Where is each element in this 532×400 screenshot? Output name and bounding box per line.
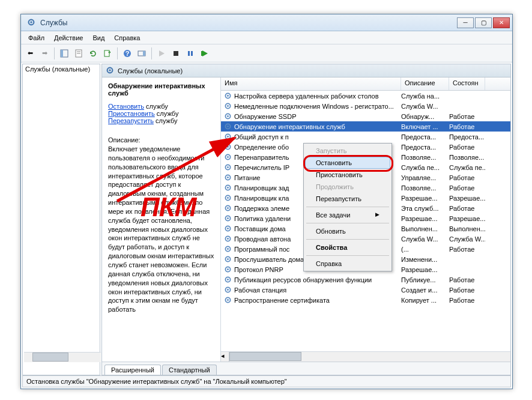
status-text: Остановка службы "Обнаружение интерактив… xyxy=(26,378,287,385)
context-menu: Запустить Остановить Приостановить Продо… xyxy=(303,143,392,271)
ctx-stop[interactable]: Остановить xyxy=(305,157,390,169)
svg-point-1 xyxy=(30,21,32,23)
service-row[interactable]: Общий доступ к пПредоста...Предоста... xyxy=(221,132,510,142)
tab-extended[interactable]: Расширенный xyxy=(104,365,161,375)
svg-point-37 xyxy=(227,187,229,189)
service-desc: Обнаруж... xyxy=(401,113,449,120)
menu-file[interactable]: Файл xyxy=(23,32,49,43)
service-state: Предоста... xyxy=(449,133,485,141)
properties-button[interactable] xyxy=(72,47,85,60)
close-button[interactable]: ✕ xyxy=(493,17,510,28)
service-desc: Изменени... xyxy=(401,256,449,263)
svg-text:?: ? xyxy=(125,50,130,57)
services-window: Службы ─ ▢ ✕ Файл Действие Вид Справка ⬅… xyxy=(20,14,513,389)
service-state: Работае xyxy=(449,276,485,283)
service-row[interactable]: Обнаружение интерактивных службВключает … xyxy=(221,121,510,132)
service-name: Обнаружение SSDP xyxy=(234,113,401,120)
svg-point-43 xyxy=(227,217,229,219)
gear-icon xyxy=(223,225,232,232)
service-state: Работае xyxy=(449,144,485,151)
list-header: Имя Описание Состоян xyxy=(221,77,510,91)
ctx-refresh[interactable]: Обновить xyxy=(305,225,390,237)
service-row[interactable]: Настройка сервера удаленных рабочих стол… xyxy=(221,91,510,101)
svg-point-33 xyxy=(227,166,229,168)
service-state: Работае xyxy=(449,174,485,181)
service-state: Работае xyxy=(449,113,485,120)
col-state[interactable]: Состоян xyxy=(449,77,485,90)
console-tree[interactable]: Службы (локальные) xyxy=(22,64,100,375)
gear-icon xyxy=(223,214,232,222)
help-button[interactable]: ? xyxy=(121,47,134,60)
svg-point-41 xyxy=(227,207,229,209)
service-desc: Создает и... xyxy=(401,286,449,294)
svg-point-19 xyxy=(227,95,229,97)
minimize-button[interactable]: ─ xyxy=(457,17,474,28)
description-text: Включает уведомление пользователя о необ… xyxy=(108,145,214,314)
pause-link[interactable]: Приостановить xyxy=(108,110,155,117)
svg-point-29 xyxy=(227,146,229,148)
restart-link[interactable]: Перезапустить xyxy=(108,117,154,124)
service-desc: Эта служб... xyxy=(401,205,449,212)
start-service-button[interactable] xyxy=(155,47,168,60)
service-desc: Служба W... xyxy=(401,235,449,243)
service-state: Выполнен... xyxy=(449,225,485,232)
detail-pane: Обнаружение интерактивных служб Останови… xyxy=(102,77,221,362)
menu-help[interactable]: Справка xyxy=(109,32,145,43)
service-desc: Служба на... xyxy=(401,92,449,100)
service-state: Служба пе... xyxy=(449,164,485,171)
menubar: Файл Действие Вид Справка xyxy=(21,31,512,44)
ctx-restart[interactable]: Перезапустить xyxy=(305,193,390,205)
statusbar: Остановка службы "Обнаружение интерактив… xyxy=(22,375,511,387)
col-desc[interactable]: Описание xyxy=(401,77,449,90)
svg-rect-11 xyxy=(143,51,145,56)
service-state: Служба W... xyxy=(449,235,485,243)
service-desc: Включает ... xyxy=(401,123,449,130)
refresh-button[interactable] xyxy=(86,47,100,60)
ctx-properties[interactable]: Свойства xyxy=(305,241,390,253)
menu-action[interactable]: Действие xyxy=(49,32,88,43)
gear-icon xyxy=(223,174,232,181)
svg-point-27 xyxy=(227,136,229,138)
titlebar[interactable]: Службы ─ ▢ ✕ xyxy=(21,14,512,31)
gear-icon xyxy=(223,123,232,130)
ctx-all-tasks[interactable]: Все задачи▶ xyxy=(305,209,390,221)
gear-icon xyxy=(223,194,232,202)
svg-point-57 xyxy=(227,289,229,291)
service-row[interactable]: Обнаружение SSDPОбнаруж...Работае xyxy=(221,111,510,121)
service-row[interactable]: Распространение сертификатаКопирует ...Р… xyxy=(221,295,510,305)
tab-standard[interactable]: Стандартный xyxy=(162,365,217,375)
svg-point-21 xyxy=(227,105,229,107)
service-desc: Служба пе... xyxy=(401,164,449,171)
stop-service-button[interactable] xyxy=(169,47,183,60)
svg-point-49 xyxy=(227,248,229,250)
stop-link[interactable]: Остановить xyxy=(108,103,144,110)
service-row[interactable]: Рабочая станцияСоздает и...Работае xyxy=(221,285,510,295)
forward-button[interactable]: ➡ xyxy=(38,47,51,60)
maximize-button[interactable]: ▢ xyxy=(475,17,492,28)
gear-icon xyxy=(223,163,232,171)
show-hide-button[interactable] xyxy=(58,47,71,60)
service-row[interactable]: Публикация ресурсов обнаружения функцииП… xyxy=(221,274,510,285)
menu-view[interactable]: Вид xyxy=(88,32,109,43)
col-name[interactable]: Имя xyxy=(221,77,401,90)
service-name: Распространение сертификата xyxy=(234,297,401,304)
ctx-help[interactable]: Справка xyxy=(305,258,390,270)
gear-icon xyxy=(223,153,232,161)
tree-item-services-local[interactable]: Службы (локальные) xyxy=(23,64,100,74)
gear-icon xyxy=(223,112,232,120)
svg-point-35 xyxy=(227,177,229,178)
service-row[interactable]: Немедленные подключения Windows - регист… xyxy=(221,101,510,111)
ctx-pause[interactable]: Приостановить xyxy=(305,169,390,181)
svg-rect-14 xyxy=(191,51,193,56)
gear-icon xyxy=(223,296,232,304)
action-pane-button[interactable] xyxy=(135,47,148,60)
service-desc: Разрешае... xyxy=(401,195,449,202)
service-desc: (... xyxy=(401,246,449,253)
restart-service-button[interactable] xyxy=(198,47,211,60)
back-button[interactable]: ⬅ xyxy=(23,47,37,60)
result-header-label: Службы (локальные) xyxy=(118,67,183,74)
gear-icon xyxy=(223,204,232,212)
service-name: Публикация ресурсов обнаружения функции xyxy=(234,276,401,283)
export-button[interactable] xyxy=(101,47,114,60)
pause-service-button[interactable] xyxy=(184,47,197,60)
